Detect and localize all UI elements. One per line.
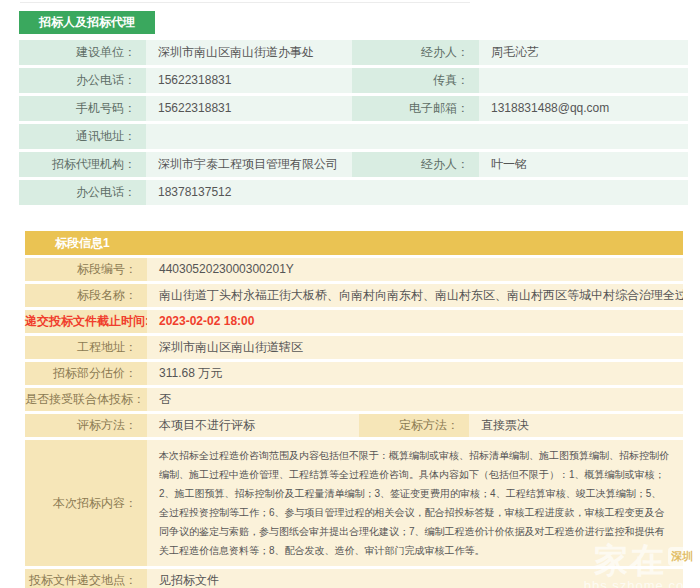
table-row: 办公电话： 18378137512 [19, 180, 688, 205]
field-label: 定标方法： [359, 414, 469, 437]
field-label: 经办人： [352, 40, 479, 65]
section-info-header: 标段信息1 [25, 231, 683, 255]
field-value: 直接票决 [469, 414, 683, 437]
field-value: 15622318831 [146, 68, 352, 93]
field-value: 311.68 万元 [147, 362, 683, 385]
field-value: 叶一铭 [479, 152, 688, 177]
field-label: 招标代理机构： [19, 152, 146, 177]
field-label: 评标方法： [25, 414, 147, 437]
field-label: 本次招标内容： [25, 440, 147, 566]
field-value: 深圳市南山区南山街道办事处 [146, 40, 352, 65]
tenderer-section-tab: 招标人及招标代理 [19, 11, 155, 34]
field-value: 南山街道丁头村永福正街大板桥、向南村向南东村、南山村东区、南山村西区等城中村综合… [147, 284, 683, 307]
field-value: 2023-02-02 18:00 [147, 310, 683, 333]
field-label: 建设单位： [19, 40, 146, 65]
table-row: 是否接受联合体投标： 否 [25, 388, 683, 411]
table-row: 招标代理机构： 深圳市宇泰工程项目管理有限公司 经办人： 叶一铭 [19, 152, 688, 177]
field-value: 见招标文件 [147, 569, 683, 588]
table-row-content: 本次招标内容： 本次招标全过程造价咨询范围及内容包括但不限于：概算编制或审核、招… [25, 440, 683, 566]
field-label: 是否接受联合体投标： [25, 388, 147, 411]
table-row: 手机号码： 15622318831 电子邮箱： 1318831488@qq.co… [19, 96, 688, 121]
field-label: 手机号码： [19, 96, 146, 121]
field-value: 1318831488@qq.com [479, 96, 688, 121]
field-value: 深圳市南山区南山街道辖区 [147, 336, 683, 359]
field-label: 电子邮箱： [352, 96, 479, 121]
field-value: 本次招标全过程造价咨询范围及内容包括但不限于：概算编制或审核、招标清单编制、施工… [147, 440, 683, 566]
field-value: 否 [147, 388, 683, 411]
top-divider [20, 2, 470, 3]
field-label: 标段编号： [25, 258, 147, 281]
tender-detail-page: 招标人及招标代理 建设单位： 深圳市南山区南山街道办事处 经办人： 周毛沁艺 办… [0, 0, 700, 588]
table-row: 建设单位： 深圳市南山区南山街道办事处 经办人： 周毛沁艺 [19, 40, 688, 65]
field-label: 经办人： [352, 152, 479, 177]
table-row-deadline: 递交投标文件截止时间: 2023-02-02 18:00 [25, 310, 683, 333]
field-label: 通讯地址： [19, 124, 146, 149]
table-row: 投标文件递交地点： 见招标文件 [25, 569, 683, 588]
table-row: 标段编号： 4403052023000300201Y [25, 258, 683, 281]
table-row: 办公电话： 15622318831 传真： [19, 68, 688, 93]
field-label: 传真： [352, 68, 479, 93]
table-row: 评标方法： 本项目不进行评标 定标方法： 直接票决 [25, 414, 683, 437]
field-label: 递交投标文件截止时间: [25, 310, 147, 333]
field-label: 投标文件递交地点： [25, 569, 147, 588]
field-value: 本项目不进行评标 [147, 414, 359, 437]
field-value: 深圳市宇泰工程项目管理有限公司 [146, 152, 352, 177]
table-row: 标段名称： 南山街道丁头村永福正街大板桥、向南村向南东村、南山村东区、南山村西区… [25, 284, 683, 307]
table-row: 招标部分估价： 311.68 万元 [25, 362, 683, 385]
field-value [479, 68, 688, 93]
section-info: 标段信息1 标段编号： 4403052023000300201Y 标段名称： 南… [25, 231, 683, 588]
section-info-table: 标段编号： 4403052023000300201Y 标段名称： 南山街道丁头村… [25, 258, 683, 588]
field-label: 办公电话： [19, 180, 146, 205]
field-label: 标段名称： [25, 284, 147, 307]
table-row: 通讯地址： [19, 124, 688, 149]
field-value: 18378137512 [146, 180, 688, 205]
field-value: 4403052023000300201Y [147, 258, 683, 281]
field-label: 工程地址： [25, 336, 147, 359]
field-value: 周毛沁艺 [479, 40, 688, 65]
field-value [146, 124, 688, 149]
field-value: 15622318831 [146, 96, 352, 121]
tenderer-section: 招标人及招标代理 建设单位： 深圳市南山区南山街道办事处 经办人： 周毛沁艺 办… [19, 11, 688, 208]
tenderer-table: 建设单位： 深圳市南山区南山街道办事处 经办人： 周毛沁艺 办公电话： 1562… [19, 40, 688, 205]
field-label: 招标部分估价： [25, 362, 147, 385]
field-label: 办公电话： [19, 68, 146, 93]
table-row: 工程地址： 深圳市南山区南山街道辖区 [25, 336, 683, 359]
